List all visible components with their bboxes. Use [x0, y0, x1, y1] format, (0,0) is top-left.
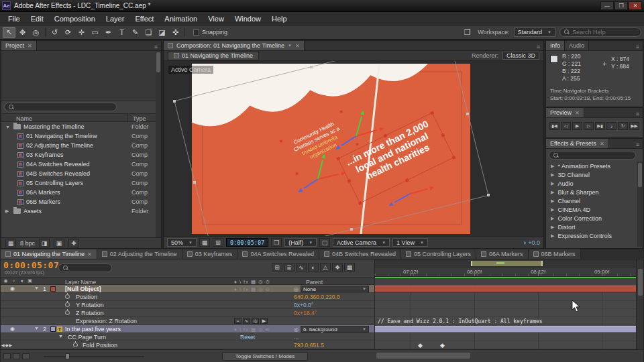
audio-column-icon[interactable]: ♪: [11, 278, 17, 284]
project-item[interactable]: ▼ Mastering the Timeline Folder: [1, 122, 156, 131]
pen-tool-icon[interactable]: ✒: [102, 27, 115, 38]
timeline-tab[interactable]: 03 Keyframes: [182, 249, 238, 259]
renderer-select[interactable]: Classic 3D: [502, 52, 539, 60]
mask-visibility-icon[interactable]: ⊞: [213, 238, 223, 247]
delete-item-icon[interactable]: ✚: [68, 239, 79, 247]
expand-av-features-icon[interactable]: [3, 353, 11, 359]
tab-project[interactable]: Project ✕: [1, 41, 37, 50]
graph-editor-icon[interactable]: ▦: [344, 263, 355, 272]
play-button[interactable]: ▶: [572, 122, 582, 130]
brush-tool-icon[interactable]: ✎: [129, 27, 142, 38]
next-keyframe-icon[interactable]: ▶: [9, 343, 13, 347]
effects-category[interactable]: ▶CINEMA 4D: [546, 205, 637, 214]
timeline-tab[interactable]: 06A Markers: [476, 249, 529, 259]
close-icon[interactable]: ✕: [295, 43, 300, 49]
keyframe-diamond[interactable]: ◆: [440, 342, 445, 349]
property-value[interactable]: 0x+0.0°: [294, 302, 313, 308]
twirl-icon[interactable]: ▶: [551, 233, 554, 239]
timeline-tab[interactable]: 01 Navigating the Timeline✕: [1, 249, 97, 259]
close-icon[interactable]: ✕: [600, 141, 604, 147]
toggle-switches-modes-button[interactable]: Toggle Switches / Modes: [222, 352, 308, 361]
project-item[interactable]: 01 Navigating the Timeline Comp: [1, 131, 156, 141]
panel-menu-icon[interactable]: ≡: [633, 111, 643, 117]
mask-shape-tool-icon[interactable]: ▭: [89, 27, 101, 38]
timeline-tab[interactable]: 02 Adjusting the Timeline: [97, 249, 182, 259]
timeline-search-input[interactable]: [71, 265, 108, 272]
active-camera-select[interactable]: Active Camera ▼: [333, 238, 390, 247]
layer-bar-null-object[interactable]: [375, 286, 637, 292]
project-column-header[interactable]: Name Type: [1, 113, 156, 122]
next-frame-button[interactable]: ▷: [584, 122, 594, 130]
brainstorm-icon[interactable]: ❖: [332, 263, 343, 272]
layer-bar-text[interactable]: [375, 326, 637, 333]
column-type[interactable]: Type: [133, 115, 146, 122]
effects-category[interactable]: ▶3D Channel: [546, 170, 637, 179]
type-tool-icon[interactable]: T: [115, 27, 128, 38]
tab-effects-presets[interactable]: Effects & Presets ✕: [546, 139, 609, 148]
selection-tool-icon[interactable]: ↖: [3, 27, 15, 38]
menu-help[interactable]: Help: [266, 12, 292, 25]
new-composition-icon[interactable]: ▣: [54, 239, 64, 247]
new-folder-icon[interactable]: ◨: [39, 239, 50, 247]
lock-column-icon[interactable]: ▣: [27, 278, 33, 284]
column-name[interactable]: Name: [16, 115, 32, 122]
exposure-icon[interactable]: ◑: [523, 239, 526, 246]
eye-icon[interactable]: ◉: [10, 326, 15, 332]
property-name[interactable]: Fold Position: [83, 342, 117, 349]
workspace-select[interactable]: Standard ▼: [514, 27, 555, 37]
stopwatch-icon[interactable]: [73, 343, 78, 347]
composition-canvas[interactable]: Community Health Charities serves as a t…: [164, 61, 543, 236]
project-item[interactable]: 03 Keyframes Comp: [1, 150, 156, 160]
timeline-tab[interactable]: 04B Switches Revealed: [319, 249, 401, 259]
property-row-fold-position[interactable]: ◀◆▶ Fold Position 793.0,651.5: [1, 341, 374, 349]
stopwatch-icon[interactable]: [65, 294, 70, 299]
twirl-icon[interactable]: ▶: [551, 198, 554, 204]
expand-transfer-controls-icon[interactable]: [13, 353, 20, 359]
time-navigator[interactable]: [375, 259, 637, 267]
project-item[interactable]: 04A Switches Revealed Comp: [1, 160, 156, 169]
menu-view[interactable]: View: [203, 12, 229, 25]
interpret-footage-icon[interactable]: ▦: [5, 239, 16, 247]
region-of-interest-icon[interactable]: ▢: [319, 238, 330, 247]
first-frame-button[interactable]: ▮◀: [549, 122, 559, 130]
close-button[interactable]: ✕: [629, 1, 642, 10]
solo-column-icon[interactable]: ●: [19, 278, 25, 284]
property-name[interactable]: Position: [76, 294, 97, 300]
twirl-icon[interactable]: ▶: [551, 172, 554, 178]
effects-category[interactable]: ▶Blur & Sharpen: [546, 188, 637, 196]
view-layout-select[interactable]: 1 View ▼: [392, 238, 428, 247]
effects-category[interactable]: ▶Expression Controls: [546, 231, 637, 240]
panel-menu-icon[interactable]: ≡: [633, 44, 643, 50]
rotate-tool-icon[interactable]: ↺: [48, 27, 61, 38]
grid-guides-icon[interactable]: ▦: [199, 238, 210, 247]
layer-name[interactable]: In the past five years: [65, 326, 121, 333]
time-navigator-brackets[interactable]: [471, 261, 543, 266]
close-icon[interactable]: ✕: [575, 110, 580, 116]
menu-effect[interactable]: Effect: [129, 12, 159, 25]
project-item[interactable]: ▶ Assets Folder: [1, 206, 156, 216]
timeline-track-area[interactable]: 07:12f 08:00f 08:12f 09:00f // Ease and …: [374, 259, 636, 349]
reset-link[interactable]: Reset: [240, 334, 255, 341]
magnification-select[interactable]: 50% ▼: [167, 238, 197, 247]
current-time-display[interactable]: 0:00:05:07: [226, 238, 268, 247]
layer-switches[interactable]: ♦ \ fx ▦ ◎ ⊙: [234, 286, 270, 292]
composition-viewport[interactable]: Active Camera Community Health Charit: [164, 61, 543, 236]
timeline-tab[interactable]: 04A Switches Revealed: [237, 249, 319, 259]
project-item[interactable]: 02 Adjusting the Timeline Comp: [1, 141, 156, 150]
draft-3d-icon[interactable]: ≣: [284, 263, 294, 272]
eye-column-icon[interactable]: ◉: [3, 278, 9, 284]
timeline-zoom-slider[interactable]: [44, 356, 144, 357]
stopwatch-icon[interactable]: [65, 310, 70, 315]
effect-options-link[interactable]: ...: [294, 334, 299, 341]
tab-preview[interactable]: Preview ✕: [546, 108, 584, 117]
chevron-down-icon[interactable]: ▼: [288, 44, 292, 48]
hand-tool-icon[interactable]: ✥: [16, 27, 29, 38]
composition-mini-flowchart-icon[interactable]: ⊞: [272, 263, 282, 272]
resolution-select[interactable]: (Half) ▼: [284, 238, 317, 247]
pickwhip-icon[interactable]: ◎: [294, 286, 299, 292]
twirl-icon[interactable]: ▶: [551, 190, 554, 195]
effects-scrollbar[interactable]: [637, 162, 643, 247]
puppet-pin-tool-icon[interactable]: ✜: [169, 27, 182, 38]
project-item[interactable]: 05 Controlling Layers Comp: [1, 178, 156, 188]
eraser-tool-icon[interactable]: ◪: [156, 27, 168, 38]
